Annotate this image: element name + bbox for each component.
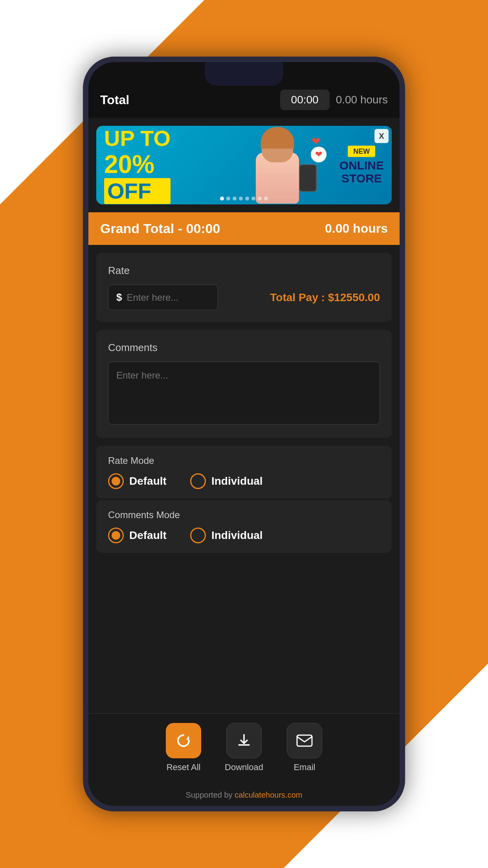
comments-mode-individual-radio[interactable] [190,528,206,543]
rate-section: Rate $ Total Pay : $12550.00 [96,253,392,322]
email-label: Email [294,762,315,772]
download-label: Download [225,762,263,772]
phone-notch [205,62,283,86]
comments-mode-individual-label: Individual [211,529,263,542]
ad-dots-indicator [220,197,268,200]
ad-store-line2: STORE [341,172,382,185]
rate-mode-label: Rate Mode [108,455,380,466]
dollar-sign-icon: $ [116,291,122,303]
rate-mode-section: Rate Mode Default Individual [96,446,392,498]
reset-all-button[interactable]: Reset All [166,723,201,772]
ad-dot-6 [251,197,255,200]
comments-section-label: Comments [108,342,380,354]
svg-rect-0 [297,735,312,746]
rate-section-label: Rate [108,265,380,277]
rate-mode-default-radio[interactable] [108,473,124,489]
comments-section: Comments [96,330,392,438]
ad-online-text: ONLINE STORE [339,159,384,185]
comments-mode-default-radio[interactable] [108,528,124,543]
footer: Supported by calculatehours.com [88,784,400,806]
ad-new-store: NEW ONLINE STORE [339,146,384,185]
footer-link[interactable]: calculatehours.com [235,791,302,799]
header-time-value: 00:00 [280,90,330,110]
email-icon [287,723,322,758]
ad-banner: UP TO 20% OFF [96,126,392,204]
comments-mode-default-label: Default [129,529,167,542]
comments-mode-label: Comments Mode [108,509,380,520]
rate-mode-default[interactable]: Default [108,473,167,489]
comments-mode-section: Comments Mode Default Individual [96,500,392,553]
email-button[interactable]: Email [287,723,322,772]
phone-shell: Total 00:00 0.00 hours UP TO 20% OFF [83,57,405,811]
comments-mode-options: Default Individual [108,528,380,543]
download-icon [226,723,262,758]
ad-discount-text: UP TO 20% OFF [104,126,171,204]
bottom-toolbar: Reset All Download Ema [88,713,400,784]
ad-dot-3 [233,197,237,200]
rate-mode-individual-radio[interactable] [190,473,206,489]
ad-dot-2 [226,197,230,200]
ad-discount-off: OFF [104,178,171,204]
ad-close-button[interactable]: X [374,129,389,143]
rate-mode-individual[interactable]: Individual [190,473,263,489]
download-button[interactable]: Download [225,723,263,772]
comments-input[interactable] [108,362,380,425]
grand-total-bar: Grand Total - 00:00 0.00 hours [88,212,400,245]
ad-store-line1: ONLINE [339,159,384,172]
ad-dot-1 [220,197,224,200]
reset-all-label: Reset All [167,762,201,772]
rate-row: $ Total Pay : $12550.00 [108,285,380,310]
header-total-label: Total [100,93,274,107]
rate-input-wrapper: $ [108,285,218,310]
ad-new-badge: NEW [348,146,375,157]
rate-input[interactable] [127,292,210,303]
ad-dot-4 [239,197,243,200]
comments-mode-default[interactable]: Default [108,528,167,543]
rate-mode-default-label: Default [129,475,167,487]
ad-dot-7 [258,197,262,200]
rate-mode-individual-label: Individual [211,475,263,487]
reset-all-icon [166,723,201,758]
footer-text: Supported by [186,791,235,799]
comments-mode-individual[interactable]: Individual [190,528,263,543]
ad-dot-5 [245,197,249,200]
ad-dot-8 [264,197,268,200]
grand-total-hours: 0.00 hours [325,221,388,236]
rate-mode-options: Default Individual [108,473,380,489]
screen: Total 00:00 0.00 hours UP TO 20% OFF [88,62,400,806]
ad-discount-amount: 20% [104,151,171,178]
header-hours-value: 0.00 hours [336,94,388,106]
grand-total-label: Grand Total - 00:00 [100,221,220,236]
ad-discount-line1: UP TO [104,126,171,151]
content-area: Rate $ Total Pay : $12550.00 Comments Ra… [88,245,400,713]
total-pay-display: Total Pay : $12550.00 [226,291,380,304]
